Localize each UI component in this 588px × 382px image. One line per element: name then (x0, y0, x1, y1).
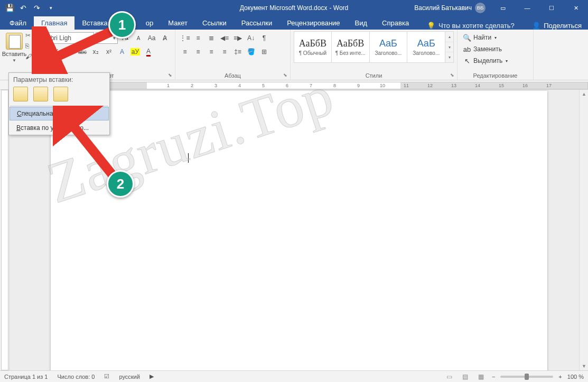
svg-line-1 (63, 114, 116, 180)
window-title: Документ Microsoft Word.docx - Word (240, 4, 349, 12)
callout-1: 1 (108, 11, 136, 39)
user-account[interactable]: Василий Батькавич ВБ (414, 3, 486, 13)
gallery-scroll[interactable]: ▴ ▾ ▾ (445, 31, 454, 63)
status-language[interactable]: русский (119, 374, 139, 380)
zoom-out-button[interactable]: − (492, 374, 495, 380)
editing-group-label: Редактирование (458, 72, 533, 79)
paragraph-group-label: Абзац (175, 72, 290, 79)
view-web-icon[interactable]: ▦ (476, 372, 487, 381)
shading-icon[interactable]: 🪣 (245, 46, 257, 58)
paste-button[interactable]: Вставить ▼ (3, 31, 25, 66)
line-spacing-icon[interactable]: ‡≡ (231, 46, 244, 58)
titlebar: 💾 ↶ ↷ ▾ Документ Microsoft Word.docx - W… (0, 0, 588, 16)
borders-icon[interactable]: ⊞ (258, 46, 270, 58)
decrease-indent-icon[interactable]: ◀≡ (218, 32, 231, 44)
tab-view[interactable]: Вид (348, 16, 375, 30)
group-paragraph: ⋮≡ ≡ ≣ ◀≡ ≡▶ A↓ ¶ ≡ ≡ ≡ ≡ ‡≡ 🪣 ⊞ Абзац ⬊ (175, 30, 291, 80)
paste-keep-source-icon[interactable] (13, 87, 28, 101)
share-label: Поделиться (544, 22, 582, 30)
styles-gallery: АаБбВ ¶ Обычный АаБбВ ¶ Без инте... АаБ … (294, 31, 454, 63)
user-name: Василий Батькавич (414, 4, 472, 12)
clear-formatting-icon[interactable]: A̷ (159, 32, 171, 44)
zoom-level[interactable]: 100 % (567, 374, 584, 380)
view-print-icon[interactable]: ▤ (460, 372, 471, 381)
paragraph-dialog-launcher-icon[interactable]: ⬊ (282, 72, 288, 78)
text-effects-button[interactable]: A (116, 46, 128, 58)
tab-hidden2[interactable]: ор (144, 16, 161, 30)
align-right-icon[interactable]: ≡ (205, 46, 218, 58)
align-left-icon[interactable]: ≡ (179, 46, 191, 58)
style-no-spacing[interactable]: АаБбВ ¶ Без инте... (332, 31, 370, 63)
tab-review[interactable]: Рецензирование (279, 16, 347, 30)
paste-label: Вставить (2, 51, 27, 57)
replace-button[interactable]: ab Заменить (461, 43, 530, 55)
chevron-up-icon[interactable]: ▴ (445, 32, 453, 42)
bullets-icon[interactable]: ⋮≡ (179, 32, 191, 44)
redo-icon[interactable]: ↷ (31, 2, 43, 14)
cursor-icon: ↖ (463, 57, 471, 65)
styles-group-label: Стили (291, 72, 457, 79)
tab-help[interactable]: Справка (375, 16, 416, 30)
zoom-slider[interactable] (500, 376, 553, 378)
chevron-down-icon: ▾ (494, 35, 497, 40)
select-button[interactable]: ↖ Выделить ▾ (461, 55, 530, 67)
chevron-down-icon[interactable]: ▼ (12, 58, 16, 63)
ribbon-options-icon[interactable]: ▭ (491, 0, 515, 16)
tell-me-label: Что вы хотите сделать? (438, 22, 515, 30)
replace-icon: ab (463, 45, 471, 53)
paste-merge-icon[interactable] (33, 87, 48, 101)
justify-icon[interactable]: ≡ (218, 46, 231, 58)
font-dialog-launcher-icon[interactable]: ⬊ (167, 72, 173, 78)
style-heading2[interactable]: АаБ Заголово... (407, 31, 445, 63)
tab-mailings[interactable]: Рассылки (234, 16, 279, 30)
font-color-button[interactable]: A (143, 46, 154, 58)
tab-references[interactable]: Ссылки (195, 16, 234, 30)
find-button[interactable]: 🔍 Найти ▾ (461, 32, 530, 43)
change-case-button[interactable]: Aa (146, 32, 157, 44)
status-words[interactable]: Число слов: 0 (57, 374, 95, 380)
callout-2: 2 (107, 170, 134, 198)
paste-text-only-icon[interactable] (53, 87, 68, 101)
numbering-icon[interactable]: ≡ (192, 32, 204, 44)
scrollbar-vertical[interactable] (579, 90, 588, 370)
chevron-down-icon[interactable]: ▾ (445, 42, 453, 53)
text-cursor (188, 153, 189, 163)
increase-indent-icon[interactable]: ≡▶ (231, 32, 244, 44)
minimize-icon[interactable]: — (515, 0, 539, 16)
zoom-in-button[interactable]: + (558, 374, 562, 380)
clipboard-icon (6, 33, 23, 50)
undo-icon[interactable]: ↶ (17, 2, 30, 14)
style-heading1[interactable]: АаБ Заголово... (370, 31, 408, 63)
paste-options-title: Параметры вставки: (9, 73, 109, 86)
multilevel-icon[interactable]: ≣ (205, 32, 218, 44)
close-icon[interactable]: ✕ (564, 0, 588, 16)
shrink-font-button[interactable]: A (133, 32, 144, 44)
align-center-icon[interactable]: ≡ (192, 46, 204, 58)
tab-layout[interactable]: Макет (161, 16, 195, 30)
status-page[interactable]: Страница 1 из 1 (4, 374, 48, 380)
save-icon[interactable]: 💾 (3, 2, 16, 14)
search-icon: 🔍 (463, 34, 471, 42)
gallery-expand-icon[interactable]: ▾ (445, 52, 453, 62)
highlight-button[interactable]: aУ (129, 46, 141, 58)
tell-me-search[interactable]: 💡 Что вы хотите сделать? (427, 22, 515, 30)
chevron-down-icon: ▾ (506, 59, 508, 63)
share-icon: 👤 (532, 22, 540, 30)
styles-dialog-launcher-icon[interactable]: ⬊ (449, 72, 455, 78)
avatar: ВБ (475, 3, 486, 13)
sort-icon[interactable]: A↓ (245, 32, 257, 44)
group-editing: 🔍 Найти ▾ ab Заменить ↖ Выделить ▾ Редак… (458, 30, 534, 80)
share-button[interactable]: 👤 Поделиться (532, 22, 582, 30)
maximize-icon[interactable]: ☐ (539, 0, 564, 16)
style-normal[interactable]: АаБбВ ¶ Обычный (294, 31, 332, 63)
tab-file[interactable]: Файл (2, 16, 34, 30)
group-styles: АаБбВ ¶ Обычный АаБбВ ¶ Без инте... АаБ … (291, 30, 458, 80)
qat-customize-icon[interactable]: ▾ (44, 2, 57, 14)
doc-title: Документ Microsoft Word.docx (240, 4, 328, 12)
spellcheck-icon[interactable]: ☑ (104, 373, 109, 380)
arrow-1 (32, 26, 116, 74)
view-read-icon[interactable]: ▭ (444, 372, 455, 381)
show-marks-icon[interactable]: ¶ (258, 32, 270, 44)
app-name: - Word (329, 4, 348, 12)
macro-icon[interactable]: ▶ (150, 373, 154, 380)
